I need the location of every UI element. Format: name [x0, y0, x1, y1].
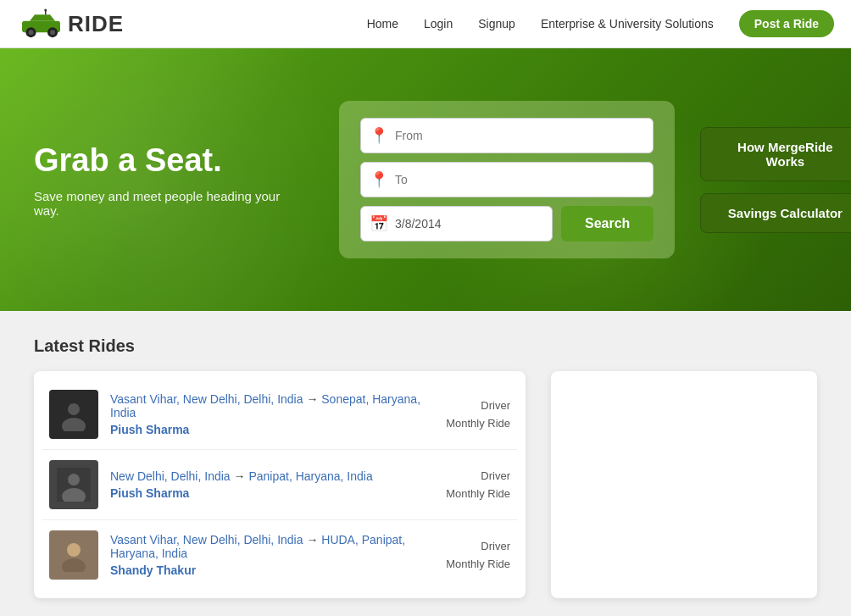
ride-frequency: Monthly Ride [446, 417, 510, 430]
hero-title: Grab a Seat. [34, 142, 288, 179]
ride-route: Vasant Vihar, New Delhi, Delhi, India → … [110, 392, 426, 419]
ride-meta: Driver Monthly Ride [426, 540, 510, 570]
table-row: Vasant Vihar, New Delhi, Delhi, India → … [42, 380, 517, 450]
from-pin-icon: 📍 [370, 126, 388, 145]
ride-role: Driver [481, 399, 510, 412]
nav-enterprise[interactable]: Enterprise & University Solutions [541, 17, 714, 31]
avatar-placeholder [49, 460, 98, 509]
ride-meta: Driver Monthly Ride [426, 399, 510, 430]
ride-frequency: Monthly Ride [446, 487, 510, 500]
ad-box [551, 371, 817, 598]
ride-meta: Driver Monthly Ride [426, 469, 510, 500]
from-input[interactable] [388, 129, 644, 142]
nav-signup[interactable]: Signup [478, 17, 515, 31]
to-pin-icon: 📍 [370, 170, 388, 189]
svg-point-11 [68, 474, 80, 486]
logo: RIDE [17, 7, 124, 41]
latest-section: Latest Rides Vasant Vihar, New Delhi, De… [0, 311, 851, 616]
from-input-group: 📍 [360, 118, 654, 153]
svg-point-8 [68, 403, 80, 415]
hero-subtitle: Save money and meet people heading your … [34, 189, 288, 218]
svg-point-6 [44, 8, 47, 11]
table-row: New Delhi, Delhi, India → Panipat, Harya… [42, 450, 517, 520]
to-input-group: 📍 [360, 162, 654, 197]
avatar [49, 530, 98, 580]
header: RIDE Home Login Signup Enterprise & Univ… [0, 0, 851, 48]
date-input-group: 📅 [360, 206, 553, 241]
avatar-placeholder [49, 530, 98, 580]
date-row: 📅 Search [360, 206, 654, 241]
ride-info: Vasant Vihar, New Delhi, Delhi, India → … [110, 392, 426, 436]
hero-section: Grab a Seat. Save money and meet people … [0, 48, 851, 311]
ride-role: Driver [481, 540, 510, 552]
latest-content: Vasant Vihar, New Delhi, Delhi, India → … [34, 371, 817, 598]
svg-point-14 [67, 543, 81, 557]
table-row: Vasant Vihar, New Delhi, Delhi, India → … [42, 520, 517, 590]
nav-home[interactable]: Home [367, 17, 398, 31]
ride-frequency: Monthly Ride [446, 558, 510, 570]
search-button[interactable]: Search [561, 206, 654, 241]
side-buttons: How MergeRide Works Savings Calculator [700, 127, 851, 233]
ride-driver-name: Piush Sharma [110, 423, 426, 436]
search-box: 📍 📍 📅 Search [339, 101, 675, 258]
post-ride-button[interactable]: Post a Ride [739, 10, 834, 37]
rides-card: Vasant Vihar, New Delhi, Delhi, India → … [34, 371, 526, 598]
nav: Home Login Signup Enterprise & Universit… [367, 10, 834, 37]
ride-role: Driver [481, 469, 510, 482]
to-input[interactable] [388, 173, 644, 186]
ride-route: New Delhi, Delhi, India → Panipat, Harya… [110, 469, 426, 483]
avatar [49, 390, 98, 439]
ride-route: Vasant Vihar, New Delhi, Delhi, India → … [110, 533, 426, 560]
how-it-works-button[interactable]: How MergeRide Works [700, 127, 851, 181]
svg-point-2 [29, 30, 34, 35]
avatar-placeholder [49, 390, 98, 439]
logo-car-icon [17, 7, 68, 41]
logo-text: RIDE [68, 11, 124, 37]
calendar-icon: 📅 [370, 214, 388, 233]
latest-rides-title: Latest Rides [34, 336, 817, 356]
savings-calculator-button[interactable]: Savings Calculator [700, 193, 851, 233]
ride-driver-name: Shandy Thakur [110, 563, 426, 577]
hero-text: Grab a Seat. Save money and meet people … [34, 142, 288, 218]
ride-driver-name: Piush Sharma [110, 486, 426, 500]
date-input[interactable] [388, 217, 543, 230]
avatar [49, 460, 98, 509]
ride-info: Vasant Vihar, New Delhi, Delhi, India → … [110, 533, 426, 577]
ride-info: New Delhi, Delhi, India → Panipat, Harya… [110, 469, 426, 500]
svg-point-4 [50, 30, 55, 35]
nav-login[interactable]: Login [424, 17, 453, 31]
